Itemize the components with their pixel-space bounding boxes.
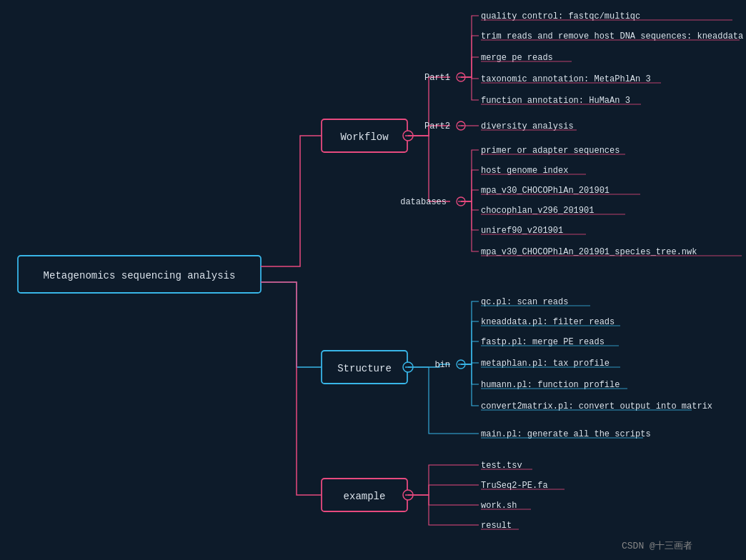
watermark: CSDN @十三画者: [622, 541, 692, 551]
bin-to-knead-line: [461, 321, 479, 364]
example-to-result-line: [408, 495, 479, 525]
root-to-example-line: [261, 282, 322, 495]
part1-label: Part1: [424, 73, 450, 83]
root-to-structure-line: [261, 282, 322, 367]
root-label: Metagenomics sequencing analysis: [44, 270, 236, 281]
structure-to-main-line: [408, 367, 479, 434]
example-to-test-line: [408, 465, 479, 495]
db-to-mpa2-line: [461, 201, 479, 251]
db-to-host-line: [461, 170, 479, 201]
example-to-truseq-line: [408, 485, 479, 495]
workflow-label: Workflow: [340, 131, 389, 143]
db-to-uniref-line: [461, 201, 479, 230]
part1-to-qc-line: [461, 16, 479, 77]
bin-to-convert-line: [461, 364, 479, 406]
workflow-to-databases-line: [408, 136, 450, 201]
part2-label: Part2: [424, 121, 450, 131]
structure-label: Structure: [337, 363, 392, 374]
bin-to-qcpl-line: [461, 301, 479, 364]
root-to-workflow-line: [261, 136, 322, 266]
db-to-primer-line: [461, 150, 479, 201]
example-label: example: [344, 491, 386, 502]
part1-to-trim-line: [461, 36, 479, 77]
bin-label: bin: [434, 360, 450, 370]
databases-label: databases: [400, 197, 447, 207]
example-to-work-line: [408, 495, 479, 505]
